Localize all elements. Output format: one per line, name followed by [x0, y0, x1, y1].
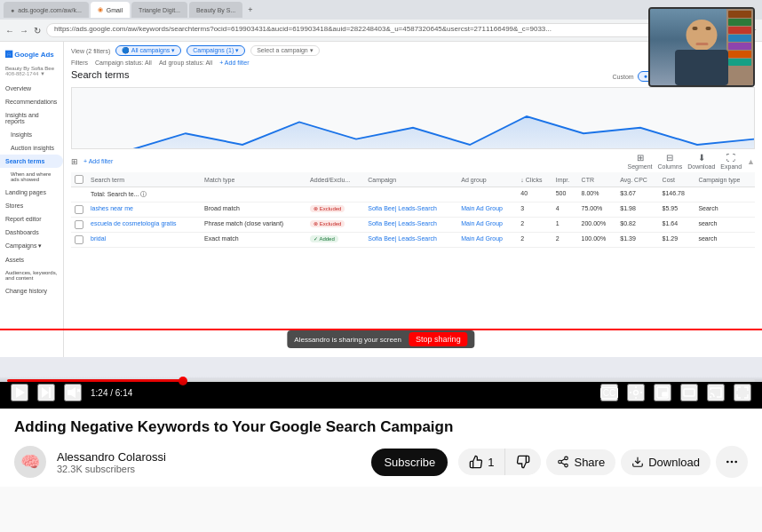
sidebar-item-stores[interactable]: Stores — [0, 199, 63, 212]
row-match-type: Broad match — [201, 202, 306, 218]
play-button[interactable] — [11, 384, 28, 401]
svg-marker-3 — [42, 387, 49, 398]
channel-info: Alessandro Colarossi 32.3K subscribers — [57, 450, 361, 474]
row-checkbox[interactable] — [71, 202, 87, 218]
columns-label: Columns — [658, 163, 683, 170]
mute-icon — [66, 385, 80, 400]
expand-table-btn[interactable]: ⛶ Expand — [720, 153, 742, 170]
url-field[interactable]: https://ads.google.com/aw/keywords/searc… — [46, 23, 744, 37]
total-match — [201, 187, 306, 202]
svg-point-19 — [731, 461, 734, 464]
subscriber-count: 32.3K subscribers — [57, 464, 361, 474]
cast-button[interactable] — [707, 384, 725, 401]
miniplayer-button[interactable] — [654, 384, 671, 401]
action-buttons: 1 Share — [458, 446, 748, 478]
row-type: search — [695, 233, 755, 248]
right-eye — [706, 27, 711, 30]
cc-icon: CC — [600, 387, 618, 399]
sidebar-item-when-where[interactable]: When and where ads showed — [0, 168, 63, 186]
row-impr: 4 — [552, 202, 578, 218]
columns-btn[interactable]: ⊟ Columns — [658, 153, 683, 170]
campaigns-count-chip[interactable]: Campaigns (1) ▾ — [187, 45, 245, 56]
channel-avatar[interactable]: 🧠 — [14, 446, 46, 478]
add-filter-btn[interactable]: + Add filter — [219, 60, 249, 66]
sidebar-item-dashboards[interactable]: Dashboards — [0, 226, 63, 239]
row-status: ✓ Added — [306, 233, 364, 248]
svg-marker-5 — [67, 387, 75, 398]
share-button[interactable]: Share — [546, 449, 615, 475]
dislike-button[interactable] — [505, 449, 541, 475]
all-campaigns-chip[interactable]: 🔵 All campaigns ▾ — [115, 45, 181, 56]
row-type: search — [695, 218, 755, 233]
channel-name[interactable]: Alessandro Colarossi — [57, 450, 361, 464]
chevron-up-icon[interactable]: ▲ — [747, 157, 755, 166]
sidebar-item-audiences[interactable]: Audiences, keywords, and content — [0, 266, 63, 284]
book — [728, 27, 751, 34]
select-campaign-dropdown[interactable]: Select a campaign ▾ — [250, 45, 320, 56]
row-adgroup: Main Ad Group — [457, 233, 517, 248]
webcam-overlay — [648, 7, 755, 87]
row-cost: $5.95 — [659, 202, 695, 218]
row-ctr: 75.00% — [578, 202, 617, 218]
cc-button[interactable]: CC — [600, 384, 618, 401]
impr-header: Impr. — [552, 172, 578, 187]
forward-btn[interactable]: → — [20, 26, 28, 36]
row-status: ⊗ Excluded — [306, 218, 364, 233]
download-btn[interactable]: ⬇ Download — [687, 153, 715, 170]
like-button[interactable]: 1 — [458, 449, 505, 475]
sidebar-item-campaigns[interactable]: Campaigns ▾ — [0, 239, 63, 253]
fullscreen-button[interactable] — [734, 384, 751, 401]
row-checkbox[interactable] — [71, 218, 87, 233]
subscribe-button[interactable]: Subscribe — [371, 449, 448, 476]
segment-btn[interactable]: ⊞ Segment — [628, 153, 653, 170]
theater-button[interactable] — [680, 384, 698, 401]
like-dislike-group: 1 — [458, 449, 541, 475]
avatar-emoji: 🧠 — [20, 452, 40, 472]
sidebar-item-recommendations[interactable]: Recommendations — [0, 95, 63, 108]
download-button[interactable]: Download — [621, 449, 710, 475]
sidebar-item-overview[interactable]: Overview — [0, 82, 63, 95]
bookshelf — [726, 9, 753, 85]
left-eye — [693, 27, 698, 30]
more-options-button[interactable] — [716, 446, 748, 478]
ads-logo: 🅰 Google Ads — [0, 47, 63, 62]
sidebar-item-insights[interactable]: Insights and reports — [0, 108, 63, 128]
book — [728, 19, 751, 26]
svg-rect-10 — [663, 393, 667, 396]
browser-tab-3[interactable]: Beauty By S... — [189, 2, 242, 18]
browser-tab-active[interactable]: ◉ Gmail — [91, 2, 130, 18]
sidebar-item-assets[interactable]: Assets — [0, 253, 63, 266]
back-btn[interactable]: ← — [5, 26, 14, 36]
reload-btn[interactable]: ↻ — [34, 26, 41, 36]
sidebar-item-insights-sub[interactable]: Insights — [0, 128, 63, 141]
stop-sharing-btn[interactable]: Stop sharing — [409, 332, 468, 346]
browser-tab[interactable]: ● ads.google.com/aw/k... — [4, 2, 89, 18]
sidebar-item-change-history[interactable]: Change history — [0, 284, 63, 298]
sidebar-item-landing[interactable]: Landing pages — [0, 186, 63, 199]
total-status — [306, 187, 364, 202]
new-tab-btn[interactable]: + — [248, 5, 252, 14]
sidebar-account: Beauty By Sofia Bee 408-882-1744 ▼ — [0, 64, 63, 78]
sidebar-item-auction[interactable]: Auction insights — [0, 141, 63, 155]
sidebar-item-search-terms[interactable]: Search terms — [0, 155, 63, 168]
total-cost: $146.78 — [659, 187, 695, 202]
filter-icon[interactable]: ⊞ — [71, 157, 78, 166]
fullscreen-icon — [736, 386, 749, 399]
video-controls-bar: 1:24 / 6:14 CC — [0, 377, 762, 409]
add-filter-table-btn[interactable]: + Add filter — [83, 158, 113, 164]
settings-button[interactable] — [627, 384, 645, 401]
cost-header: Cost — [659, 172, 695, 187]
total-row: Total: Search te... ⓘ 40 500 8.00% $3.67… — [71, 187, 755, 202]
svg-point-18 — [726, 461, 729, 464]
account-phone: 408-882-1744 ▼ — [5, 71, 58, 76]
row-checkbox[interactable] — [71, 233, 87, 248]
select-all-header[interactable] — [71, 172, 87, 187]
browser-tab-2[interactable]: Triangle Digit... — [131, 2, 187, 18]
sidebar-item-report[interactable]: Report editor — [0, 212, 63, 226]
table-row: bridal Exact match ✓ Added Sofia Bee| Le… — [71, 233, 755, 248]
next-button[interactable] — [37, 384, 55, 401]
thumbs-down-icon — [516, 455, 530, 469]
search-terms-table: Search term Match type Added/Exclu... Ca… — [71, 172, 755, 248]
time-display: 1:24 / 6:14 — [91, 388, 132, 398]
mute-button[interactable] — [64, 384, 82, 401]
